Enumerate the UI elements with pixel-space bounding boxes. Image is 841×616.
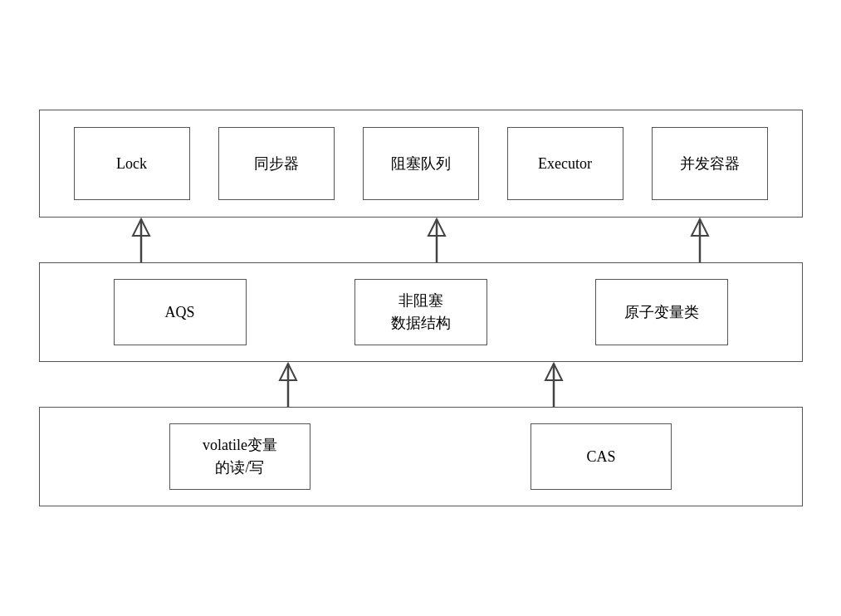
blocking-queue-label: 阻塞队列 bbox=[391, 153, 451, 175]
lock-label: Lock bbox=[116, 153, 147, 175]
lock-box: Lock bbox=[74, 127, 190, 200]
arrow-up-center bbox=[422, 218, 452, 262]
atomic-label: 原子变量类 bbox=[624, 301, 699, 324]
architecture-diagram: Lock 同步器 阻塞队列 Executor 并发容器 bbox=[39, 110, 803, 506]
arrow-up-right bbox=[685, 218, 715, 262]
non-blocking-label: 非阻塞数据结构 bbox=[391, 290, 451, 335]
volatile-box: volatile变量的读/写 bbox=[169, 423, 310, 490]
top-layer: Lock 同步器 阻塞队列 Executor 并发容器 bbox=[39, 110, 803, 218]
concurrent-container-box: 并发容器 bbox=[652, 127, 768, 200]
volatile-label: volatile变量的读/写 bbox=[203, 434, 277, 479]
bot-layer: volatile变量的读/写 CAS bbox=[39, 407, 803, 506]
cas-label: CAS bbox=[586, 446, 615, 468]
aqs-box: AQS bbox=[114, 279, 247, 345]
aqs-label: AQS bbox=[164, 301, 194, 324]
blocking-queue-box: 阻塞队列 bbox=[363, 127, 479, 200]
mid-layer: AQS 非阻塞数据结构 原子变量类 bbox=[39, 262, 803, 362]
executor-label: Executor bbox=[538, 153, 592, 175]
arrow-up-bot-right bbox=[539, 362, 569, 407]
arrow-up-bot-left bbox=[273, 362, 303, 407]
sync-box: 同步器 bbox=[218, 127, 335, 200]
sync-label: 同步器 bbox=[254, 153, 299, 175]
executor-box: Executor bbox=[507, 127, 623, 200]
non-blocking-box: 非阻塞数据结构 bbox=[354, 279, 487, 345]
concurrent-container-label: 并发容器 bbox=[680, 153, 740, 175]
cas-box: CAS bbox=[531, 423, 672, 490]
arrow-up-left bbox=[126, 218, 156, 262]
arrow-row-top bbox=[39, 218, 803, 262]
arrow-row-bot bbox=[39, 362, 803, 407]
atomic-box: 原子变量类 bbox=[595, 279, 728, 345]
